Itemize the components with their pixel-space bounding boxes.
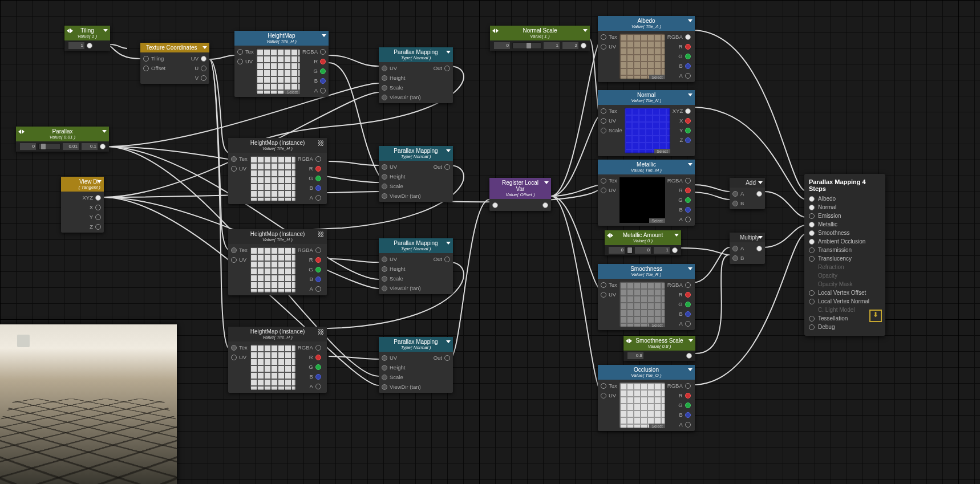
node-heightmap-inst1[interactable]: HeightMap (Instance)Value( Tile_H )⛓ Tex… [228,138,327,204]
link-icon[interactable]: ⛓ [318,231,324,238]
node-heightmap-inst2[interactable]: HeightMap (Instance)Value( Tile_H )⛓ Tex… [228,229,327,295]
node-smooth[interactable]: SmoothnessValue( Tile_R ) TexUVSelectRGB… [598,264,695,330]
node-pmapping-2[interactable]: Parallax MappingType( Normal ) UVHeightS… [379,146,453,202]
master-node[interactable]: Parallax Mapping 4 Steps AlbedoNormalEmi… [804,174,885,336]
node-smooth-scale[interactable]: Smoothness ScaleValue( 0.8 ) 0.8 [623,336,695,361]
node-parallax[interactable]: ParallaxValue( 0.01 ) 00.010.1 [16,127,109,152]
heightmap-preview[interactable]: Select [256,48,300,94]
node-heightmap-inst3[interactable]: HeightMap (Instance)Value( Tile_H )⛓ Tex… [228,327,327,393]
node-normal[interactable]: NormalValue( Tile_N ) TexUVScaleSelectXY… [598,90,695,156]
node-pmapping-1[interactable]: Parallax MappingType( Normal ) UV Height… [379,47,453,103]
node-albedo[interactable]: AlbedoValue( Tile_A ) TexUVSelectRGBARGB… [598,16,695,82]
preview-thumbnail [0,324,177,484]
node-heightmap[interactable]: HeightMapValue( Tile_H ) Tex UV Select R… [234,31,329,97]
node-pmapping-4[interactable]: Parallax MappingType( Normal ) UVHeightS… [379,337,453,393]
node-register-var[interactable]: Register Local VarValue( Offset ) [489,178,551,211]
link-icon[interactable]: ⛓ [318,140,324,147]
node-multiply[interactable]: Multiply AB [730,233,765,264]
link-icon[interactable]: ⛓ [318,328,324,335]
node-add[interactable]: Add AB [730,178,765,209]
node-tiling[interactable]: TilingValue( 1 ) 1 [64,26,110,51]
tiling-out[interactable] [87,43,92,48]
node-metallic[interactable]: MetallicValue( Tile_M ) TexUVSelectRGBAR… [598,160,695,226]
tiling-value[interactable]: 1 [68,42,85,50]
node-normscale[interactable]: Normal ScaleValue( 1 ) 012 [490,26,590,51]
master-title: Parallax Mapping 4 Steps [809,178,877,192]
download-icon[interactable]: ⬇ [869,310,882,322]
node-viewdir[interactable]: View Dir( Tangent ) XYZ X Y Z [61,177,104,233]
node-pmapping-3[interactable]: Parallax MappingType( Normal ) UVHeightS… [379,238,453,294]
node-occlusion[interactable]: OcclusionValue( Tile_O ) TexUVSelectRGBA… [598,365,695,431]
node-texcoord[interactable]: Texture Coordinates Tiling Offset UV U V [140,43,209,84]
node-metallic-amt[interactable]: Metallic AmountValue( 0 ) 001 [605,230,681,255]
